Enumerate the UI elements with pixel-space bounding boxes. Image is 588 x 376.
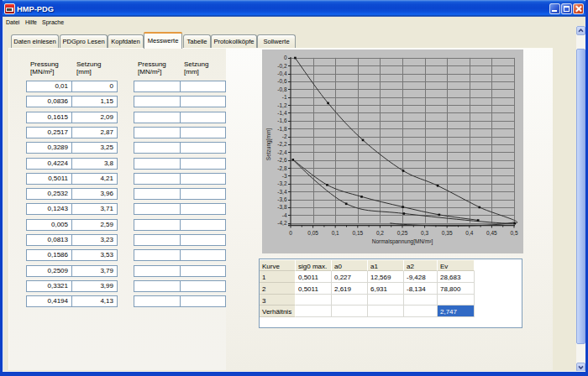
svg-text:0,05: 0,05 [307, 230, 318, 236]
svg-text:-3,6: -3,6 [277, 196, 287, 202]
svg-text:0,15: 0,15 [352, 230, 363, 236]
svg-text:-1,6: -1,6 [277, 118, 287, 123]
svg-text:0,35: 0,35 [442, 230, 453, 236]
svg-text:-0,2: -0,2 [277, 63, 287, 69]
svg-text:0,1: 0,1 [332, 230, 339, 236]
svg-text:Setzung[mm]: Setzung[mm] [265, 128, 272, 160]
svg-text:-3,4: -3,4 [277, 189, 287, 195]
svg-text:0,2: 0,2 [376, 230, 384, 236]
svg-text:0,5: 0,5 [510, 230, 517, 236]
svg-text:-1,8: -1,8 [277, 126, 287, 132]
svg-text:0,4: 0,4 [465, 230, 473, 236]
svg-text:-2: -2 [282, 133, 287, 139]
svg-text:-0,8: -0,8 [277, 86, 287, 92]
svg-text:-0,6: -0,6 [277, 78, 287, 84]
svg-text:-3: -3 [282, 173, 287, 179]
svg-text:-2,6: -2,6 [277, 157, 287, 163]
svg-text:Normalspannung[MN/m²]: Normalspannung[MN/m²] [372, 238, 433, 245]
svg-text:0: 0 [289, 230, 292, 236]
svg-text:-2,2: -2,2 [277, 141, 287, 147]
svg-text:-1,2: -1,2 [277, 102, 287, 108]
svg-text:-2,4: -2,4 [277, 149, 287, 155]
svg-text:-4,2: -4,2 [277, 220, 287, 226]
svg-text:0,25: 0,25 [397, 230, 408, 236]
svg-text:-3,8: -3,8 [277, 204, 287, 210]
svg-text:-2,8: -2,8 [277, 165, 287, 171]
svg-text:-1: -1 [282, 94, 287, 100]
svg-text:0,45: 0,45 [486, 230, 497, 236]
svg-text:0: 0 [284, 55, 287, 60]
svg-text:0,3: 0,3 [421, 230, 428, 236]
svg-text:-1,4: -1,4 [277, 110, 287, 116]
svg-text:-4: -4 [282, 212, 287, 218]
svg-text:-3,2: -3,2 [277, 180, 287, 186]
svg-text:-0,4: -0,4 [277, 70, 287, 76]
